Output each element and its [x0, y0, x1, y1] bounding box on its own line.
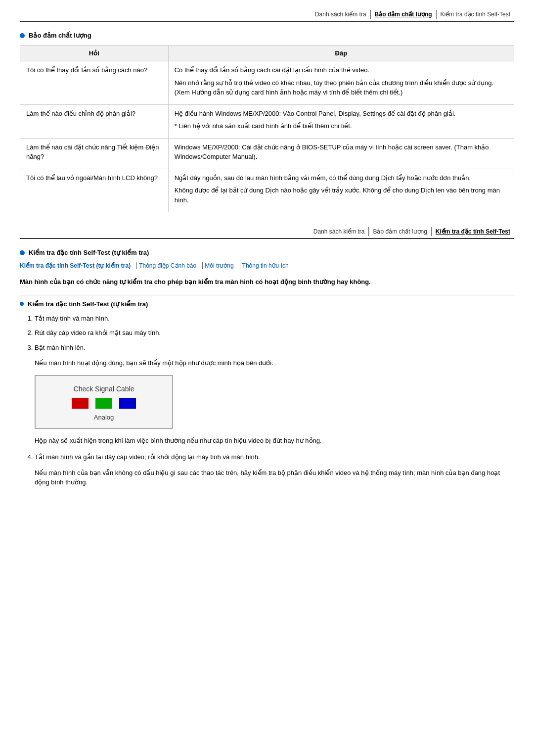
signal-colors — [72, 398, 136, 409]
selftest-link-1[interactable]: Kiểm tra đặc tính Self-Test (tự kiểm tra… — [20, 262, 137, 269]
step-3: Bật màn hình lên. — [35, 343, 514, 353]
top-nav-item-3[interactable]: Kiểm tra đặc tính Self-Test — [437, 10, 514, 19]
table-row: Tôi có thể lau vỏ ngoài/Màn hình LCD khô… — [20, 169, 514, 212]
signal-box-title: Check Signal Cable — [74, 385, 134, 393]
step-2: Rút dây cáp video ra khỏi mặt sau máy tí… — [35, 328, 514, 338]
section2-title: Kiểm tra đặc tính Self-Test (tự kiểm tra… — [29, 249, 149, 256]
faq-a-0: Có thể thay đổi tần số bằng cách cài đặt… — [168, 61, 514, 105]
table-row: Làm thế nào cài đặt chức năng Tiết kiệm … — [20, 138, 514, 169]
selftest-link-2[interactable]: Thông điệp Cảnh báo — [139, 262, 203, 269]
steps-list-2: Tắt màn hình và gắn lại dây cáp video; r… — [35, 452, 514, 462]
selftest-links: Kiểm tra đặc tính Self-Test (tự kiểm tra… — [20, 262, 514, 269]
color-blue — [119, 398, 136, 409]
faq-a-2: Windows ME/XP/2000: Cài đặt chức năng ở … — [168, 138, 514, 169]
bottom-nav-item-2[interactable]: Bảo đảm chất lượng — [369, 227, 431, 236]
signal-box: Check Signal Cable Analog — [35, 375, 173, 429]
table-row: Tôi có thể thay đổi tần số bằng cách nào… — [20, 61, 514, 105]
bottom-nav-item-3[interactable]: Kiểm tra đặc tính Self-Test — [432, 227, 514, 236]
selftest-intro: Màn hình của bạn có chức năng tự kiểm tr… — [20, 277, 514, 287]
faq-table: Hỏi Đáp Tôi có thể thay đổi tần số bằng … — [20, 45, 514, 212]
color-red — [72, 398, 89, 409]
step4-note: Nếu màn hình của bạn vẫn không có dấu hi… — [35, 468, 514, 487]
color-green — [95, 398, 112, 409]
top-nav-item-1[interactable]: Danh sách kiểm tra — [311, 10, 371, 19]
table-row: Làm thế nào điều chỉnh độ phân giải?Hệ đ… — [20, 104, 514, 138]
faq-q-2: Làm thế nào cài đặt chức năng Tiết kiệm … — [20, 138, 169, 169]
section2-dot — [20, 250, 25, 255]
faq-a-3: Ngắt dây nguồn, sau đó lau màn hình bằng… — [168, 169, 514, 212]
top-nav-bar: Danh sách kiểm tra Bảo đảm chất lượng Ki… — [20, 10, 514, 22]
section1-header: Bảo đảm chất lượng — [20, 32, 514, 39]
faq-col2-header: Đáp — [168, 46, 514, 61]
box-note: Hộp này sẽ xuất hiện trong khi làm việc … — [35, 436, 514, 446]
faq-q-0: Tôi có thể thay đổi tần số bằng cách nào… — [20, 61, 169, 105]
faq-q-1: Làm thế nào điều chỉnh độ phân giải? — [20, 104, 169, 138]
selftest-link-3[interactable]: Môi trường — [205, 262, 240, 269]
bottom-nav-item-1[interactable]: Danh sách kiểm tra — [310, 227, 369, 236]
selftest-link-4[interactable]: Thông tin hữu ích — [242, 262, 295, 269]
sub-section-header: Kiểm tra đặc tính Self-Test (tự kiểm tra… — [20, 295, 514, 308]
faq-col1-header: Hỏi — [20, 46, 169, 61]
signal-box-subtitle: Analog — [94, 414, 114, 421]
steps-list: Tắt máy tính và màn hình. Rút dây cáp vi… — [35, 314, 514, 353]
step-1: Tắt máy tính và màn hình. — [35, 314, 514, 324]
step3-note: Nếu màn hình hoạt động đúng, bạn sẽ thấy… — [35, 358, 514, 368]
bottom-nav-bar: Danh sách kiểm tra Bảo đảm chất lượng Ki… — [20, 227, 514, 239]
step-4: Tắt màn hình và gắn lại dây cáp video; r… — [35, 452, 514, 462]
faq-a-1: Hệ điều hành Windows ME/XP/2000: Vào Con… — [168, 104, 514, 138]
sub-section-title: Kiểm tra đặc tính Self-Test (tự kiểm tra… — [28, 300, 148, 308]
top-nav-item-2[interactable]: Bảo đảm chất lượng — [371, 10, 437, 19]
section1-title: Bảo đảm chất lượng — [29, 32, 91, 39]
selftest-section: Kiểm tra đặc tính Self-Test (tự kiểm tra… — [20, 249, 514, 487]
faq-q-3: Tôi có thể lau vỏ ngoài/Màn hình LCD khô… — [20, 169, 169, 212]
section2-header: Kiểm tra đặc tính Self-Test (tự kiểm tra… — [20, 249, 514, 256]
sub-dot — [20, 302, 24, 306]
section1-dot — [20, 33, 25, 38]
